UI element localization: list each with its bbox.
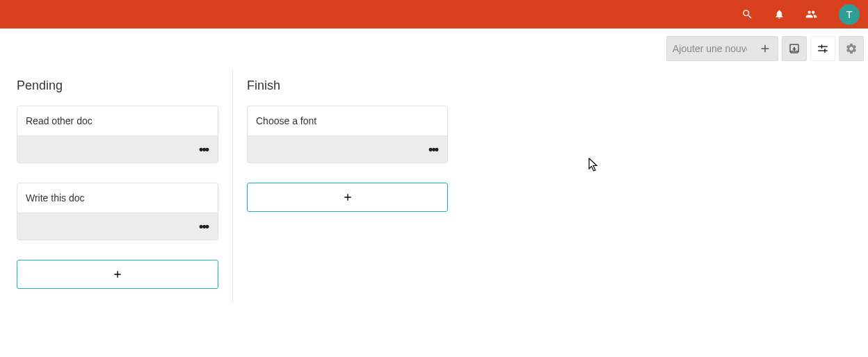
card-title: Choose a font: [248, 106, 447, 136]
board-toolbar: [0, 28, 868, 69]
svg-rect-2: [821, 44, 823, 49]
more-icon[interactable]: •••: [199, 220, 208, 233]
notifications-icon[interactable]: [772, 8, 786, 22]
add-column-group: [666, 36, 778, 61]
svg-rect-1: [818, 50, 828, 51]
people-icon[interactable]: [804, 8, 818, 22]
avatar[interactable]: T: [839, 4, 860, 25]
add-column-button[interactable]: [753, 37, 778, 60]
more-icon[interactable]: •••: [428, 143, 437, 156]
kanban-card[interactable]: Choose a font •••: [247, 106, 448, 163]
plus-icon: [342, 192, 353, 203]
settings-button[interactable]: [839, 36, 864, 61]
plus-icon: [112, 269, 123, 280]
add-column-input[interactable]: [667, 37, 753, 60]
column-title: Finish: [247, 78, 448, 93]
filter-button[interactable]: [810, 36, 835, 61]
add-card-button[interactable]: [17, 260, 218, 289]
app-header: T: [0, 0, 868, 28]
kanban-board: Pending Read other doc ••• Write this do…: [0, 69, 868, 303]
column-title: Pending: [17, 78, 218, 93]
kanban-card[interactable]: Write this doc •••: [17, 183, 218, 240]
card-actions: •••: [248, 136, 447, 163]
card-title: Read other doc: [17, 106, 218, 136]
more-icon[interactable]: •••: [199, 143, 208, 156]
card-actions: •••: [17, 136, 218, 163]
card-title: Write this doc: [17, 183, 218, 213]
svg-rect-3: [824, 49, 826, 53]
add-card-button[interactable]: [247, 183, 448, 212]
card-actions: •••: [17, 213, 218, 240]
kanban-card[interactable]: Read other doc •••: [17, 106, 218, 163]
svg-rect-0: [818, 46, 828, 47]
column-pending: Pending Read other doc ••• Write this do…: [3, 69, 232, 303]
avatar-initial: T: [846, 8, 852, 20]
archive-button[interactable]: [782, 36, 807, 61]
column-finish: Finish Choose a font •••: [232, 69, 462, 303]
search-icon[interactable]: [740, 8, 754, 22]
